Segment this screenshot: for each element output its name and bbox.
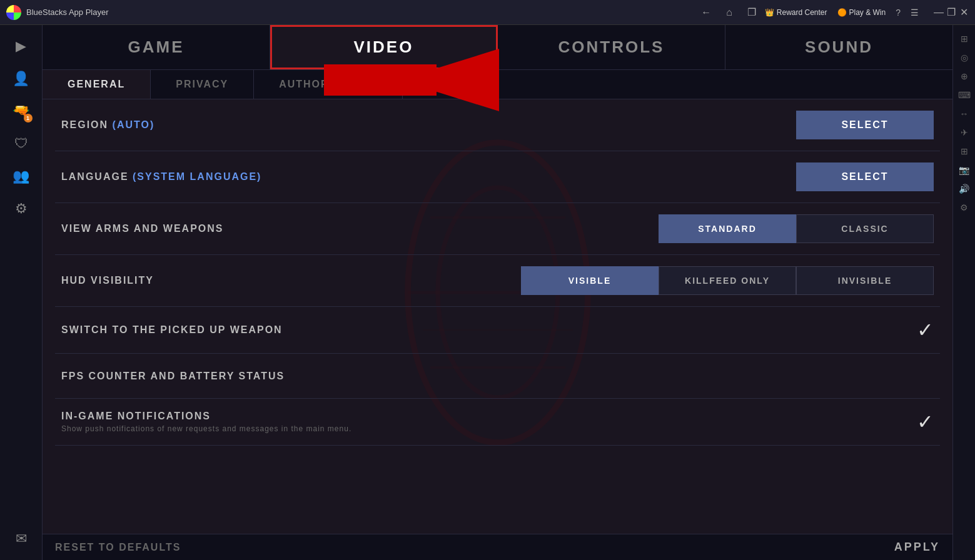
team-icon: 👥 bbox=[13, 168, 29, 184]
main-container: ▶ 👤 🔫 1 🛡 👥 ⚙ ✉ bbox=[0, 25, 975, 560]
switch-weapon-label: SWITCH TO THE PICKED UP WEAPON bbox=[61, 324, 917, 336]
setting-fps-counter: FPS COUNTER AND BATTERY STATUS bbox=[55, 354, 940, 399]
help-icon[interactable]: ? bbox=[896, 8, 901, 18]
close-button[interactable]: ✕ bbox=[959, 8, 969, 18]
view-arms-standard-button[interactable]: STANDARD bbox=[659, 214, 796, 243]
orange-circle-icon: 🟠 bbox=[837, 8, 847, 17]
shield-icon: 🛡 bbox=[14, 136, 28, 152]
reward-center[interactable]: 👑 Reward Center bbox=[765, 8, 827, 17]
sidebar-item-gun[interactable]: 🔫 1 bbox=[6, 96, 36, 126]
right-btn-9[interactable]: 🔊 bbox=[956, 180, 973, 198]
content-area: GAME VIDEO CONTROLS SOUND GENERAL PRIVAC… bbox=[43, 25, 952, 560]
right-btn-2[interactable]: ◎ bbox=[956, 49, 973, 66]
sub-tabs: GENERAL PRIVACY AUTHORIZATION bbox=[43, 70, 952, 99]
footer-bar: RESET TO DEFAULTS APPLY bbox=[43, 534, 952, 560]
profile-icon: 👤 bbox=[13, 71, 29, 87]
sidebar-item-play[interactable]: ▶ bbox=[6, 31, 36, 61]
settings-list: REGION (AUTO) SELECT LANGUAGE (SYSTEM LA… bbox=[43, 99, 952, 534]
settings-icon: ⚙ bbox=[15, 201, 28, 217]
hud-visibility-label: HUD VISIBILITY bbox=[61, 275, 521, 286]
right-btn-1[interactable]: ⊞ bbox=[956, 30, 973, 48]
title-bar-right: 👑 Reward Center 🟠 Play & Win ? ☰ — ❐ ✕ bbox=[765, 8, 969, 18]
hud-killfeed-button[interactable]: KILLFEED ONLY bbox=[659, 266, 796, 295]
language-select-button[interactable]: SELECT bbox=[796, 162, 934, 191]
setting-hud-visibility: HUD VISIBILITY VISIBLE KILLFEED ONLY INV… bbox=[55, 255, 940, 307]
setting-language: LANGUAGE (SYSTEM LANGUAGE) SELECT bbox=[55, 151, 940, 203]
region-label: REGION (AUTO) bbox=[61, 119, 796, 131]
tab-sound-label: SOUND bbox=[805, 38, 873, 56]
sidebar-item-settings[interactable]: ⚙ bbox=[6, 194, 36, 224]
language-value: (SYSTEM LANGUAGE) bbox=[133, 171, 261, 182]
hud-invisible-button[interactable]: INVISIBLE bbox=[796, 266, 934, 295]
setting-view-arms: VIEW ARMS AND WEAPONS STANDARD CLASSIC bbox=[55, 203, 940, 255]
subtab-general[interactable]: GENERAL bbox=[43, 70, 151, 99]
tab-game[interactable]: GAME bbox=[43, 25, 270, 69]
setting-notifications: IN-GAME NOTIFICATIONS Show push notifica… bbox=[55, 399, 940, 446]
view-arms-label: VIEW ARMS AND WEAPONS bbox=[61, 223, 659, 234]
sidebar-item-profile[interactable]: 👤 bbox=[6, 64, 36, 94]
notifications-label: IN-GAME NOTIFICATIONS Show push notifica… bbox=[61, 411, 917, 433]
notifications-sub-text: Show push notifications of new requests … bbox=[61, 424, 917, 433]
tab-video[interactable]: VIDEO bbox=[270, 25, 498, 69]
subtab-privacy[interactable]: PRIVACY bbox=[151, 70, 254, 99]
right-sidebar: ⊞ ◎ ⊕ ⌨ ↔ ✈ ⊞ 📷 🔊 ⚙ bbox=[952, 25, 975, 560]
windows-button[interactable]: ❐ bbox=[744, 5, 760, 19]
left-sidebar: ▶ 👤 🔫 1 🛡 👥 ⚙ ✉ bbox=[0, 25, 43, 560]
subtab-general-label: GENERAL bbox=[68, 79, 125, 89]
apply-button[interactable]: APPLY bbox=[894, 541, 940, 554]
hud-visible-button[interactable]: VISIBLE bbox=[521, 266, 659, 295]
reset-defaults-label: RESET TO DEFAULTS bbox=[55, 542, 181, 553]
view-arms-toggle-group: STANDARD CLASSIC bbox=[659, 214, 934, 243]
gun-badge: 1 bbox=[24, 114, 33, 122]
restore-button[interactable]: ❐ bbox=[946, 8, 956, 18]
home-button[interactable]: ⌂ bbox=[722, 6, 736, 19]
menu-icon[interactable]: ☰ bbox=[911, 8, 919, 18]
right-btn-10[interactable]: ⚙ bbox=[956, 199, 973, 216]
play-icon: ▶ bbox=[16, 38, 26, 54]
play-win[interactable]: 🟠 Play & Win bbox=[837, 8, 886, 17]
notifications-check[interactable]: ✓ bbox=[917, 410, 934, 434]
switch-weapon-check[interactable]: ✓ bbox=[917, 318, 934, 342]
language-label: LANGUAGE (SYSTEM LANGUAGE) bbox=[61, 171, 796, 182]
subtab-authorization-label: AUTHORIZATION bbox=[279, 79, 377, 89]
view-arms-classic-button[interactable]: CLASSIC bbox=[796, 214, 934, 243]
back-button[interactable]: ← bbox=[697, 6, 715, 19]
right-btn-3[interactable]: ⊕ bbox=[956, 68, 973, 85]
sidebar-item-shield[interactable]: 🛡 bbox=[6, 129, 36, 159]
app-logo bbox=[6, 5, 21, 20]
nav-controls: ← ⌂ ❐ bbox=[697, 5, 760, 19]
right-btn-8[interactable]: 📷 bbox=[956, 161, 973, 179]
right-btn-7[interactable]: ⊞ bbox=[956, 142, 973, 160]
title-bar: BlueStacks App Player ← ⌂ ❐ 👑 Reward Cen… bbox=[0, 0, 975, 25]
setting-region: REGION (AUTO) SELECT bbox=[55, 99, 940, 151]
mail-icon: ✉ bbox=[16, 531, 27, 547]
right-btn-6[interactable]: ✈ bbox=[956, 124, 973, 141]
subtab-authorization[interactable]: AUTHORIZATION bbox=[254, 70, 403, 99]
tab-controls-label: CONTROLS bbox=[558, 38, 665, 56]
reward-label: Reward Center bbox=[777, 8, 827, 17]
tab-sound[interactable]: SOUND bbox=[725, 25, 952, 69]
setting-switch-weapon: SWITCH TO THE PICKED UP WEAPON ✓ bbox=[55, 307, 940, 354]
sidebar-item-mail[interactable]: ✉ bbox=[6, 524, 36, 554]
crown-icon: 👑 bbox=[765, 8, 774, 17]
fps-counter-label: FPS COUNTER AND BATTERY STATUS bbox=[61, 371, 934, 382]
tab-controls[interactable]: CONTROLS bbox=[498, 25, 725, 69]
window-controls: — ❐ ✕ bbox=[934, 8, 969, 18]
minimize-button[interactable]: — bbox=[934, 8, 944, 18]
hud-visibility-toggle-group: VISIBLE KILLFEED ONLY INVISIBLE bbox=[521, 266, 934, 295]
sidebar-item-team[interactable]: 👥 bbox=[6, 161, 36, 191]
tab-game-label: GAME bbox=[128, 38, 184, 56]
app-title: BlueStacks App Player bbox=[26, 8, 692, 17]
region-value: (AUTO) bbox=[113, 119, 155, 130]
right-btn-5[interactable]: ↔ bbox=[956, 105, 973, 122]
main-tabs: GAME VIDEO CONTROLS SOUND bbox=[43, 25, 952, 70]
subtab-privacy-label: PRIVACY bbox=[176, 79, 228, 89]
region-select-button[interactable]: SELECT bbox=[796, 111, 934, 139]
tab-video-label: VIDEO bbox=[354, 38, 414, 56]
play-win-label: Play & Win bbox=[849, 8, 886, 17]
right-btn-4[interactable]: ⌨ bbox=[956, 86, 973, 104]
